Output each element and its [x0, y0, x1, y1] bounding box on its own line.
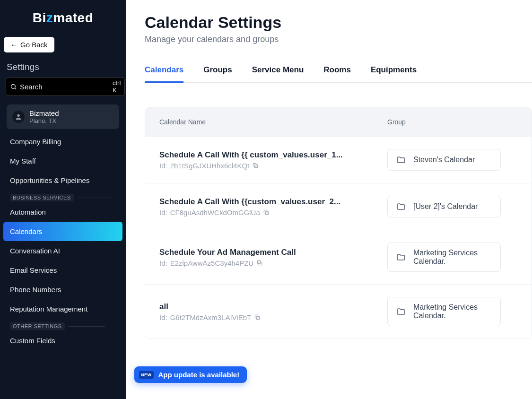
- copy-icon[interactable]: [254, 314, 261, 321]
- nav-opportunities[interactable]: Opportunities & Pipelines: [3, 171, 122, 190]
- group-chip[interactable]: Marketing Services Calendar.: [387, 297, 501, 326]
- arrow-left-icon: ←: [10, 41, 17, 49]
- settings-heading: Settings: [0, 59, 126, 77]
- group-label: Marketing Services Calendar.: [413, 249, 492, 266]
- tab-calendars[interactable]: Calendars: [145, 65, 183, 83]
- id-value: E2zlpAwwAz5C3y4h4PZU: [170, 259, 253, 267]
- cell-group: Marketing Services Calendar.: [387, 297, 517, 326]
- calendar-name: Schedule Your Ad Management Call: [159, 248, 363, 257]
- nav-phone-numbers[interactable]: Phone Numbers: [3, 280, 122, 299]
- id-prefix: Id:: [159, 208, 167, 217]
- nav-section-other: OTHER SETTINGS: [10, 322, 65, 330]
- main: Calendar Settings Manage your calendars …: [126, 0, 532, 399]
- cell-group: Steven's Calendar: [387, 149, 517, 171]
- sidebar: Bizmated ← Go Back Settings ctrl K Bizma…: [0, 0, 126, 399]
- nav-automation[interactable]: Automation: [3, 202, 122, 222]
- id-value: CF8guAsdhWCkdOmGGlUa: [170, 208, 260, 217]
- group-label: Steven's Calendar: [413, 156, 475, 164]
- folder-icon: [396, 155, 406, 165]
- table-row: Schedule A Call With {{ custom_values.us…: [145, 136, 532, 183]
- table-row: all Id: G6t2TMdzAxm3LAIViEbT Marketing S…: [145, 284, 532, 338]
- cell-name: all Id: G6t2TMdzAxm3LAIViEbT: [159, 302, 387, 321]
- id-prefix: Id:: [159, 162, 167, 170]
- folder-icon: [396, 307, 406, 316]
- new-badge: NEW: [139, 371, 154, 379]
- cell-name: Schedule A Call With {{ custom_values.us…: [159, 150, 387, 170]
- search-box[interactable]: ctrl K: [6, 77, 125, 96]
- id-prefix: Id:: [159, 259, 167, 267]
- table-row: Schedule A Call With {{custom_values.use…: [145, 183, 532, 230]
- svg-line-1: [15, 88, 16, 89]
- group-label: [User 2]'s Calendar: [413, 202, 478, 211]
- search-row: ctrl K: [0, 77, 126, 102]
- org-name: Bizmated: [29, 109, 59, 117]
- brand-accent: z: [46, 10, 53, 25]
- calendar-id: Id: E2zlpAwwAz5C3y4h4PZU: [159, 259, 387, 267]
- table-header: Calendar Name Group: [145, 108, 532, 136]
- id-value: 2b1tSgGJXUHhx6cl4KQt: [170, 162, 250, 170]
- person-icon: [15, 113, 22, 121]
- svg-point-0: [11, 84, 16, 88]
- cell-group: [User 2]'s Calendar: [387, 196, 517, 217]
- tabs: Calendars Groups Service Menu Rooms Equi…: [145, 65, 532, 83]
- toast-text: App update is available!: [158, 371, 240, 379]
- tab-rooms[interactable]: Rooms: [323, 65, 351, 83]
- svg-point-3: [17, 114, 19, 117]
- group-chip[interactable]: [User 2]'s Calendar: [387, 196, 501, 217]
- id-prefix: Id:: [159, 313, 167, 321]
- nav-reputation[interactable]: Reputation Management: [3, 299, 122, 319]
- org-avatar: [12, 111, 25, 123]
- calendars-table: Calendar Name Group Schedule A Call With…: [145, 107, 532, 339]
- tab-service-menu[interactable]: Service Menu: [252, 65, 304, 83]
- copy-icon[interactable]: [256, 260, 263, 266]
- nav-section-business: BUSINESS SERVICES: [10, 194, 74, 201]
- search-shortcut: ctrl K: [113, 79, 121, 94]
- calendar-id: Id: G6t2TMdzAxm3LAIViEbT: [159, 313, 387, 321]
- calendar-name: all: [159, 302, 363, 312]
- calendar-name: Schedule A Call With {{ custom_values.us…: [159, 150, 363, 160]
- id-value: G6t2TMdzAxm3LAIViEbT: [170, 313, 251, 321]
- org-location: Plano, TX: [29, 117, 59, 124]
- go-back-button[interactable]: ← Go Back: [4, 37, 54, 52]
- update-toast[interactable]: NEW App update is available!: [134, 366, 247, 383]
- nav-my-staff[interactable]: My Staff: [3, 151, 122, 171]
- org-text: Bizmated Plano, TX: [29, 109, 59, 124]
- tab-groups[interactable]: Groups: [203, 65, 232, 83]
- brand-logo: Bizmated: [0, 0, 126, 28]
- folder-icon: [396, 202, 406, 211]
- copy-icon[interactable]: [252, 162, 259, 169]
- cell-name: Schedule A Call With {{custom_values.use…: [159, 197, 387, 217]
- search-icon: [10, 83, 17, 90]
- nav: Company Billing My Staff Opportunities &…: [0, 134, 126, 399]
- calendar-id: Id: CF8guAsdhWCkdOmGGlUa: [159, 208, 387, 217]
- cell-group: Marketing Services Calendar.: [387, 243, 517, 272]
- copy-icon[interactable]: [263, 209, 270, 216]
- cell-name: Schedule Your Ad Management Call Id: E2z…: [159, 248, 387, 267]
- th-calendar-name: Calendar Name: [159, 118, 387, 126]
- brand-pre: Bi: [33, 10, 46, 25]
- nav-custom-fields[interactable]: Custom Fields: [3, 331, 122, 350]
- th-group: Group: [387, 118, 517, 126]
- brand-post: mated: [53, 10, 93, 25]
- folder-icon: [396, 252, 406, 262]
- nav-calendars[interactable]: Calendars: [3, 222, 122, 241]
- calendar-name: Schedule A Call With {{custom_values.use…: [159, 197, 363, 207]
- nav-email-services[interactable]: Email Services: [3, 260, 122, 280]
- go-back-label: Go Back: [20, 41, 48, 49]
- search-input[interactable]: [20, 83, 110, 91]
- table-row: Schedule Your Ad Management Call Id: E2z…: [145, 230, 532, 284]
- page-subtitle: Manage your calendars and groups: [145, 35, 532, 44]
- nav-company-billing[interactable]: Company Billing: [3, 134, 122, 151]
- group-chip[interactable]: Steven's Calendar: [387, 149, 501, 171]
- org-card[interactable]: Bizmated Plano, TX: [7, 104, 119, 129]
- group-label: Marketing Services Calendar.: [413, 303, 492, 320]
- nav-conversation-ai[interactable]: Conversation AI: [3, 241, 122, 260]
- tab-equipments[interactable]: Equipments: [371, 65, 417, 83]
- page-title: Calendar Settings: [145, 13, 532, 32]
- group-chip[interactable]: Marketing Services Calendar.: [387, 243, 501, 272]
- calendar-id: Id: 2b1tSgGJXUHhx6cl4KQt: [159, 162, 387, 170]
